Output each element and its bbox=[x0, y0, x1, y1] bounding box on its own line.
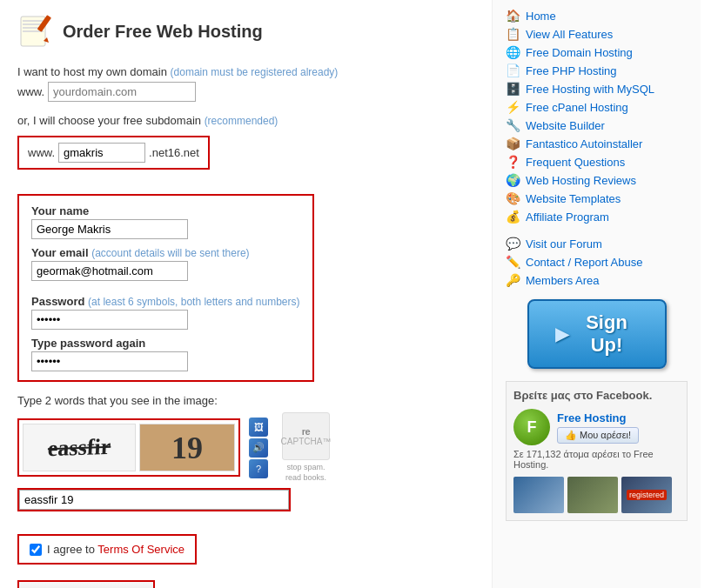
reviews-icon: 🌍 bbox=[506, 173, 520, 187]
sidebar-item-home[interactable]: 🏠 Home bbox=[506, 9, 688, 23]
terms-row: I agree to Terms Of Service bbox=[17, 524, 474, 575]
sidebar-link-cpanel[interactable]: Free cPanel Hosting bbox=[526, 101, 628, 114]
captcha-section: Type 2 words that you see in the image: … bbox=[17, 394, 474, 511]
domain-prefix: www. bbox=[17, 85, 44, 98]
fb-like-label: Μου αρέσει! bbox=[580, 430, 631, 440]
captcha-number: 19 bbox=[171, 430, 203, 466]
captcha-input-box bbox=[17, 488, 291, 511]
sidebar-item-builder[interactable]: 🔧 Website Builder bbox=[506, 118, 688, 132]
affiliate-icon: 💰 bbox=[506, 210, 520, 224]
page-title: Order Free Web Hosting bbox=[63, 22, 263, 42]
sidebar-item-cpanel[interactable]: ⚡ Free cPanel Hosting bbox=[506, 100, 688, 114]
captcha-text: eassfir bbox=[47, 433, 111, 462]
php-icon: 📄 bbox=[506, 63, 520, 77]
fb-images: registered bbox=[513, 477, 680, 513]
sidebar-item-reviews[interactable]: 🌍 Web Hosting Reviews bbox=[506, 173, 688, 187]
sidebar-item-mysql-hosting[interactable]: 🗄️ Free Hosting with MySQL bbox=[506, 82, 688, 96]
subdomain-input[interactable] bbox=[58, 143, 145, 163]
password2-input[interactable] bbox=[31, 351, 188, 371]
domain-input[interactable] bbox=[48, 82, 196, 102]
thumbs-up-icon: 👍 bbox=[565, 430, 577, 441]
features-icon: 📋 bbox=[506, 27, 520, 41]
captcha-images-box: eassfir 19 bbox=[17, 418, 240, 477]
sidebar-item-fantastico[interactable]: 📦 Fantastico Autoinstaller bbox=[506, 137, 688, 150]
signup-button[interactable]: ▶ Sign Up! bbox=[527, 299, 667, 369]
captcha-audio-icon[interactable]: 🔊 bbox=[249, 438, 268, 458]
password2-label: Type password again bbox=[31, 337, 300, 350]
subdomain-prefix: www. bbox=[28, 146, 55, 159]
recaptcha-area: re CAPTCHA™ stop spam. read books. bbox=[282, 412, 330, 483]
sidebar-link-reviews[interactable]: Web Hosting Reviews bbox=[526, 174, 636, 187]
fb-count: Σε 171,132 άτομα αρέσει το Free Hosting. bbox=[513, 449, 680, 470]
sidebar-link-features[interactable]: View All Features bbox=[526, 28, 613, 41]
sidebar-item-affiliate[interactable]: 💰 Affiliate Program bbox=[506, 210, 688, 224]
svg-rect-1 bbox=[23, 20, 44, 22]
sidebar-link-home[interactable]: Home bbox=[526, 10, 556, 23]
fb-info: Free Hosting 👍 Μου αρέσει! bbox=[557, 411, 639, 444]
domain-label: I want to host my own domain (domain mus… bbox=[17, 65, 474, 78]
facebook-title: Βρείτε μας στο Facebook. bbox=[513, 389, 680, 402]
sidebar-item-forum[interactable]: 💬 Visit our Forum bbox=[506, 237, 688, 251]
email-input[interactable] bbox=[31, 261, 188, 281]
user-info-box: Your name Your email (account details wi… bbox=[17, 194, 314, 382]
recaptcha-subtext: stop spam. read books. bbox=[285, 463, 326, 483]
home-icon: 🏠 bbox=[506, 9, 520, 23]
password-input[interactable] bbox=[31, 310, 188, 330]
captcha-image-2: 19 bbox=[139, 424, 235, 471]
email-label: Your email (account details will be sent… bbox=[31, 246, 300, 259]
sidebar-item-faq[interactable]: ❓ Frequent Questions bbox=[506, 155, 688, 169]
sidebar-link-builder[interactable]: Website Builder bbox=[526, 119, 605, 132]
fb-like-button[interactable]: 👍 Μου αρέσει! bbox=[557, 427, 639, 444]
sidebar-link-members[interactable]: Members Area bbox=[526, 274, 600, 287]
name-label: Your name bbox=[31, 204, 300, 217]
fb-image-badge: registered bbox=[627, 490, 667, 500]
subdomain-section: or, I will choose your free subdomain (r… bbox=[17, 114, 474, 170]
sidebar-item-contact[interactable]: ✏️ Contact / Report Abuse bbox=[506, 255, 688, 269]
contact-icon: ✏️ bbox=[506, 255, 520, 269]
captcha-image-1: eassfir bbox=[23, 424, 136, 471]
fantastico-icon: 📦 bbox=[506, 137, 520, 150]
terms-checkbox[interactable] bbox=[30, 544, 42, 556]
forum-icon: 💬 bbox=[506, 237, 520, 251]
sidebar-nav: 🏠 Home 📋 View All Features 🌐 Free Domain… bbox=[506, 9, 688, 287]
subdomain-label: or, I will choose your free subdomain (r… bbox=[17, 114, 474, 127]
notepad-icon bbox=[17, 13, 54, 50]
sidebar-item-domain-hosting[interactable]: 🌐 Free Domain Hosting bbox=[506, 45, 688, 59]
sidebar-link-templates[interactable]: Website Templates bbox=[526, 192, 621, 205]
sidebar-link-php-hosting[interactable]: Free PHP Hosting bbox=[526, 64, 617, 77]
sidebar-item-templates[interactable]: 🎨 Website Templates bbox=[506, 191, 688, 205]
sidebar-item-php-hosting[interactable]: 📄 Free PHP Hosting bbox=[506, 63, 688, 77]
sidebar-link-contact[interactable]: Contact / Report Abuse bbox=[526, 256, 642, 269]
captcha-controls: 🖼 🔊 ? bbox=[249, 418, 268, 478]
facebook-box: Βρείτε μας στο Facebook. F Free Hosting … bbox=[506, 381, 688, 521]
terms-text: I agree to Terms Of Service bbox=[47, 543, 185, 556]
sidebar-link-affiliate[interactable]: Affiliate Program bbox=[526, 210, 609, 224]
create-account-button[interactable]: Create My Account bbox=[19, 582, 153, 588]
templates-icon: 🎨 bbox=[506, 191, 520, 205]
fb-logo-icon: F bbox=[513, 409, 550, 445]
domain-icon: 🌐 bbox=[506, 45, 520, 59]
captcha-image-icon[interactable]: 🖼 bbox=[249, 418, 268, 437]
create-button-wrapper: Create My Account bbox=[17, 575, 474, 588]
faq-icon: ❓ bbox=[506, 155, 520, 169]
signup-section: ▶ Sign Up! bbox=[506, 299, 688, 369]
subdomain-box: www. .net16.net bbox=[17, 136, 210, 170]
captcha-label: Type 2 words that you see in the image: bbox=[17, 394, 474, 407]
sidebar-link-forum[interactable]: Visit our Forum bbox=[526, 237, 602, 251]
fb-image-2 bbox=[567, 477, 618, 513]
sidebar-link-mysql-hosting[interactable]: Free Hosting with MySQL bbox=[526, 83, 654, 96]
sidebar: 🏠 Home 📋 View All Features 🌐 Free Domain… bbox=[492, 0, 701, 588]
sidebar-link-faq[interactable]: Frequent Questions bbox=[526, 156, 625, 169]
sidebar-divider bbox=[506, 228, 688, 237]
captcha-row: eassfir 19 🖼 🔊 ? re CAPTCHA™ stop spam. … bbox=[17, 412, 474, 483]
fb-page-name: Free Hosting bbox=[557, 411, 639, 424]
sidebar-item-members[interactable]: 🔑 Members Area bbox=[506, 273, 688, 287]
terms-link[interactable]: Terms Of Service bbox=[97, 543, 185, 556]
name-input[interactable] bbox=[31, 219, 188, 239]
captcha-input[interactable] bbox=[19, 490, 289, 510]
captcha-help-icon[interactable]: ? bbox=[249, 459, 268, 478]
sidebar-link-fantastico[interactable]: Fantastico Autoinstaller bbox=[526, 137, 642, 150]
sidebar-link-domain-hosting[interactable]: Free Domain Hosting bbox=[526, 46, 633, 59]
cpanel-icon: ⚡ bbox=[506, 100, 520, 114]
sidebar-item-features[interactable]: 📋 View All Features bbox=[506, 27, 688, 41]
